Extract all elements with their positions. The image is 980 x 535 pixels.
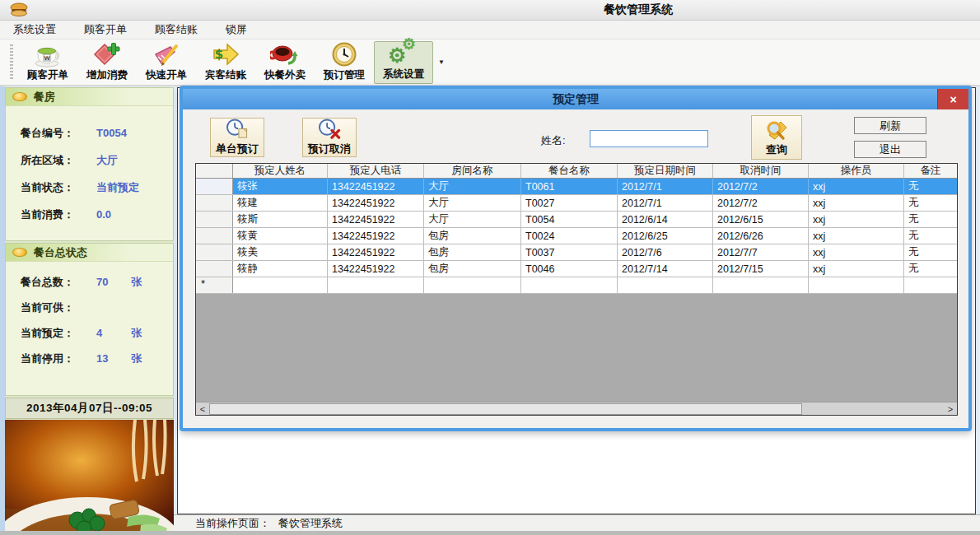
field-reserved: 当前预定： 4 张 bbox=[21, 326, 173, 341]
exit-button[interactable]: 退出 bbox=[854, 141, 926, 158]
search-button-label: 查询 bbox=[766, 142, 787, 157]
field-available: 当前可供： bbox=[21, 300, 173, 315]
guest-checkout-icon: $ bbox=[211, 41, 240, 67]
row-selector[interactable] bbox=[196, 261, 233, 277]
column-header[interactable]: 操作员 bbox=[809, 164, 904, 178]
cancel-reservation-button[interactable]: 预订取消 bbox=[302, 118, 357, 157]
toolbar-button-label: 系统设置 bbox=[383, 67, 424, 81]
takeout-button[interactable]: 快餐外卖 bbox=[255, 41, 315, 84]
book-button-label: 单台预订 bbox=[216, 142, 259, 156]
toolbar-button-label: 快速开单 bbox=[146, 68, 187, 82]
row-selector[interactable] bbox=[196, 212, 233, 227]
datetime-bar: 2013年04月07日--09:05 bbox=[5, 398, 174, 419]
toolbar-button-label: 增加消费 bbox=[86, 68, 128, 82]
single-table-book-button[interactable]: 单台预订 bbox=[210, 118, 264, 157]
oval-bullet-icon bbox=[12, 92, 27, 101]
field-disabled: 当前停用： 13 张 bbox=[21, 351, 173, 366]
field-total-tables: 餐台总数： 70 张 bbox=[21, 275, 173, 290]
field-area: 所在区域： 大厅 bbox=[21, 153, 173, 168]
scrollbar-thumb[interactable] bbox=[209, 403, 802, 415]
dialog-title: 预定管理 bbox=[553, 92, 599, 107]
sidebar: 餐房 餐台编号： T0054 所在区域： 大厅 当前状态： 当前预定 当前消费：… bbox=[5, 87, 174, 535]
quick-order-icon bbox=[152, 41, 180, 67]
cancel-button-label: 预订取消 bbox=[308, 142, 351, 156]
table-row[interactable]: 筱黄 13422451922 包房 T0024 2012/6/25 2012/6… bbox=[196, 228, 957, 244]
reservation-manage-button[interactable]: 预订管理 bbox=[315, 41, 374, 84]
menu-item-system-settings[interactable]: 系统设置 bbox=[13, 22, 56, 37]
row-selector[interactable] bbox=[196, 179, 233, 194]
column-header[interactable]: 预定日期时间 bbox=[618, 164, 713, 178]
window-frame-bottom bbox=[0, 531, 980, 535]
menu-bar: 系统设置 顾客开单 顾客结账 锁屏 bbox=[0, 21, 980, 40]
reservation-dialog: 预定管理 × 单台预订 预订取消 姓名: bbox=[180, 86, 972, 431]
reservation-table: 预定人姓名 预定人电话 房间名称 餐台名称 预定日期时间 取消时间 操作员 备注… bbox=[195, 163, 958, 416]
burger-icon bbox=[10, 2, 28, 17]
table-row[interactable]: 筱斯 13422451922 大厅 T0054 2012/6/14 2012/6… bbox=[196, 212, 957, 228]
table-header-row: 预定人姓名 预定人电话 房间名称 餐台名称 预定日期时间 取消时间 操作员 备注 bbox=[196, 164, 957, 179]
search-button[interactable]: 查询 bbox=[751, 115, 802, 160]
menu-item-customer-order[interactable]: 顾客开单 bbox=[84, 22, 127, 37]
add-consume-icon bbox=[93, 41, 121, 67]
takeout-icon bbox=[270, 41, 300, 67]
room-panel: 餐房 餐台编号： T0054 所在区域： 大厅 当前状态： 当前预定 当前消费：… bbox=[5, 87, 174, 241]
table-row[interactable]: 筱美 13422451922 包房 T0037 2012/7/6 2012/7/… bbox=[196, 244, 957, 261]
toolbar-button-label: 快餐外卖 bbox=[264, 68, 306, 82]
menu-item-lock-screen[interactable]: 锁屏 bbox=[226, 22, 247, 37]
oval-bullet-icon bbox=[12, 248, 27, 257]
teacup-icon: W bbox=[34, 41, 62, 67]
column-header[interactable]: 取消时间 bbox=[713, 164, 809, 178]
food-photo bbox=[5, 420, 174, 535]
close-icon[interactable]: × bbox=[937, 89, 968, 109]
row-selector[interactable] bbox=[196, 228, 233, 244]
status-bar: 当前操作页面： 餐饮管理系统 bbox=[174, 514, 980, 531]
table-status-panel: 餐台总状态 餐台总数： 70 张 当前可供： 当前预定： 4 张 当前停用： 1… bbox=[5, 243, 174, 396]
table-status-panel-header[interactable]: 餐台总状态 bbox=[6, 244, 173, 262]
toolbar-grip[interactable] bbox=[10, 44, 13, 81]
guest-checkout-button[interactable]: $ 宾客结账 bbox=[196, 41, 255, 84]
cancel-clock-icon bbox=[317, 119, 342, 141]
field-current-consume: 当前消费： 0.0 bbox=[21, 207, 173, 222]
dialog-titlebar[interactable]: 预定管理 × bbox=[183, 89, 968, 109]
column-header[interactable]: 房间名称 bbox=[424, 164, 521, 178]
table-row[interactable]: 筱建 13422451922 大厅 T0027 2012/7/1 2012/7/… bbox=[196, 195, 957, 212]
toolbar-overflow-icon[interactable]: ▼ bbox=[438, 58, 445, 66]
table-status-panel-title: 餐台总状态 bbox=[34, 245, 87, 260]
menu-item-customer-checkout[interactable]: 顾客结账 bbox=[155, 22, 198, 37]
gears-icon: ⚙⚙ bbox=[390, 39, 418, 67]
column-header[interactable]: 预定人姓名 bbox=[233, 164, 328, 178]
name-input[interactable] bbox=[590, 130, 708, 147]
scroll-left-icon[interactable]: < bbox=[196, 402, 209, 416]
room-panel-title: 餐房 bbox=[34, 90, 55, 105]
svg-text:W: W bbox=[44, 54, 49, 61]
search-icon bbox=[764, 119, 789, 142]
row-selector-header[interactable] bbox=[196, 164, 233, 178]
column-header[interactable]: 餐台名称 bbox=[521, 164, 618, 178]
toolbar-button-label: 预订管理 bbox=[324, 68, 365, 82]
grid-empty-area bbox=[196, 294, 957, 402]
system-settings-button[interactable]: ⚙⚙ 系统设置 bbox=[374, 41, 433, 84]
row-selector[interactable] bbox=[196, 195, 233, 211]
column-header[interactable]: 备注 bbox=[904, 164, 957, 178]
new-row[interactable]: * bbox=[196, 277, 957, 294]
add-consume-button[interactable]: 增加消费 bbox=[77, 41, 137, 84]
horizontal-scrollbar[interactable]: < > bbox=[196, 402, 957, 415]
app-title: 餐饮管理系统 bbox=[604, 2, 673, 17]
scroll-right-icon[interactable]: > bbox=[944, 402, 957, 416]
book-clock-icon bbox=[225, 119, 250, 141]
row-selector[interactable] bbox=[196, 244, 233, 260]
customer-order-button[interactable]: W 顾客开单 bbox=[18, 41, 77, 84]
quick-order-button[interactable]: 快速开单 bbox=[137, 41, 196, 84]
room-panel-header[interactable]: 餐房 bbox=[6, 88, 173, 106]
status-label: 当前操作页面： bbox=[195, 516, 270, 531]
toolbar-button-label: 顾客开单 bbox=[27, 68, 68, 82]
name-label: 姓名: bbox=[541, 133, 566, 148]
toolbar-button-label: 宾客结账 bbox=[205, 68, 246, 82]
column-header[interactable]: 预定人电话 bbox=[328, 164, 424, 178]
new-row-marker[interactable]: * bbox=[196, 277, 233, 293]
reservation-clock-icon bbox=[330, 41, 358, 67]
field-current-state: 当前状态： 当前预定 bbox=[21, 180, 173, 195]
refresh-button[interactable]: 刷新 bbox=[854, 117, 926, 134]
table-row[interactable]: 筱静 13422451922 包房 T0046 2012/7/14 2012/7… bbox=[196, 261, 957, 277]
field-table-no: 餐台编号： T0054 bbox=[21, 126, 173, 141]
table-row[interactable]: 筱张 13422451922 大厅 T0061 2012/7/1 2012/7/… bbox=[196, 179, 957, 195]
